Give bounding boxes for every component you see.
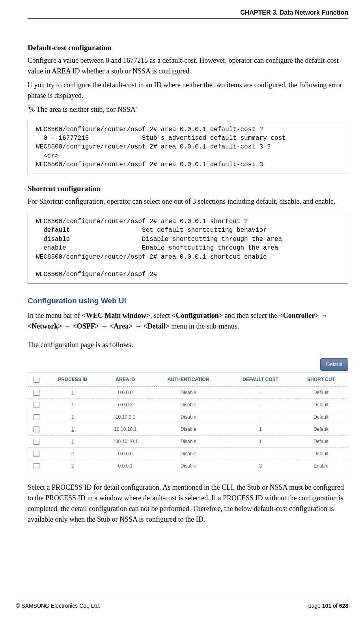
table-row: 10.0.0.0Disable-Default [28,386,348,398]
row-checkbox-cell[interactable] [28,423,45,435]
default-cost-cell: - [227,411,294,423]
row-checkbox-cell[interactable] [28,460,45,472]
page-current: 101 [322,603,331,609]
menu-ref: <Controller> [279,312,319,319]
area-id-cell: 0.0.0.2 [101,398,150,411]
default-cost-cell: - [227,398,294,411]
row-checkbox-cell[interactable] [28,435,45,447]
menu-ref: <Configuration> [172,312,223,319]
area-id-cell: 0.0.0.0 [101,386,150,398]
row-checkbox-cell[interactable] [28,411,45,423]
arrow: → [99,322,110,330]
arrow: → [62,322,73,330]
checkbox-icon[interactable] [34,451,39,457]
short-cut-cell: Enable [294,460,348,472]
checkbox-icon[interactable] [34,414,39,420]
text: , select [150,312,172,319]
row-checkbox-cell[interactable] [28,386,45,398]
process-id-link[interactable]: 1 [45,435,101,447]
table-row: 20.0.0.0Disable-Default [28,447,348,460]
paragraph: For Shortcut configuration, operator can… [28,196,348,207]
default-cost-cell: 1 [227,435,294,447]
authentication-cell: Disable [150,398,227,411]
ospf-area-table: PROCESS ID AREA ID AUTHENTICATION DEFAUL… [28,372,348,472]
checkbox-icon[interactable] [34,439,39,445]
menu-ref: <Area> [110,322,133,330]
page-total: 628 [339,603,348,609]
area-id-cell: 0.0.0.1 [101,460,150,472]
menu-ref: <Network> [28,322,62,330]
checkbox-icon[interactable] [34,426,39,432]
text: menu in the sub-menus. [170,322,239,330]
header-checkbox[interactable] [28,372,45,386]
short-cut-cell: Default [294,386,348,398]
authentication-cell: Disable [150,435,227,447]
header-process-id: PROCESS ID [45,372,101,386]
default-button[interactable]: Default [320,358,348,371]
authentication-cell: Disable [150,423,227,435]
default-cost-cell: - [227,386,294,398]
default-cost-cell: 1 [227,423,294,435]
default-cost-cell: 3 [227,460,294,472]
copyright: © SAMSUNG Electronics Co., Ltd. [16,602,100,610]
code-block-default-cost: WEC8500/configure/router/ospf 2# area 0.… [28,121,348,174]
paragraph: Select a PROCESS ID for detail configura… [28,482,348,525]
arrow: → [133,322,143,330]
table-row: 1100.10.10.1Disable1Default [28,435,348,447]
authentication-cell: Disable [150,460,227,472]
checkbox-icon[interactable] [34,402,39,408]
checkbox-icon[interactable] [34,463,39,469]
code-block-shortcut: WEC8500/configure/router/ospf 2# area 0.… [28,213,348,284]
table-row: 110.10.10.1Disable1Default [28,423,348,435]
arrow: → [319,312,328,319]
short-cut-cell: Default [294,435,348,447]
process-id-link[interactable]: 1 [45,423,101,435]
paragraph: '% The area is neither stub, nor NSSA' [28,104,348,115]
web-ui-heading: Configuration using Web UI [28,295,348,307]
authentication-cell: Disable [150,386,227,398]
default-cost-cell: - [227,447,294,460]
header-default-cost: DEFAULT COST [227,372,294,386]
menu-ref: <WEC Main window> [82,312,150,319]
table-row: 20.0.0.1Disable3Enable [28,460,348,472]
page-sep: of [331,603,339,609]
row-checkbox-cell[interactable] [28,398,45,411]
checkbox-icon[interactable] [34,390,39,396]
short-cut-cell: Default [294,398,348,411]
authentication-cell: Disable [150,447,227,460]
area-id-cell: 100.10.10.1 [101,435,150,447]
short-cut-cell: Default [294,411,348,423]
table-row: 110.10.0.1Disable-Default [28,411,348,423]
process-id-link[interactable]: 1 [45,398,101,411]
area-id-cell: 10.10.10.1 [101,423,150,435]
process-id-link[interactable]: 2 [45,447,101,460]
paragraph: If you try to configure the default-cost… [28,80,348,101]
header-authentication: AUTHENTICATION [150,372,227,386]
area-id-cell: 0.0.0.0 [101,447,150,460]
page-number: page 101 of 628 [308,602,348,610]
process-id-link[interactable]: 2 [45,460,101,472]
section-title-default-cost: Default-cost configuration [28,42,348,54]
menu-ref: <OSPF> [73,322,99,330]
paragraph: The configuration page is as follows: [28,340,348,350]
authentication-cell: Disable [150,411,227,423]
area-id-cell: 10.10.0.1 [101,411,150,423]
table-row: 10.0.0.2Disable-Default [28,398,348,411]
config-table-container: Default PROCESS ID AREA ID AUTHENTICATIO… [28,358,348,472]
text: In the menu bar of [28,312,82,319]
header-short-cut: SHORT CUT [294,372,348,386]
text: and then select the [223,312,279,319]
menu-ref: <Detail> [143,322,170,330]
short-cut-cell: Default [294,423,348,435]
section-title-shortcut: Shortcut configuration [28,183,348,195]
short-cut-cell: Default [294,447,348,460]
process-id-link[interactable]: 1 [45,386,101,398]
page-header: CHAPTER 3. Data Network Function [28,8,348,19]
process-id-link[interactable]: 1 [45,411,101,423]
paragraph: Configure a value between 0 and 1677215 … [28,55,348,77]
paragraph: In the menu bar of <WEC Main window>, se… [28,310,348,332]
page-footer: © SAMSUNG Electronics Co., Ltd. page 101… [16,600,348,610]
checkbox-icon[interactable] [34,377,39,383]
row-checkbox-cell[interactable] [28,447,45,460]
page-prefix: page [308,603,322,609]
